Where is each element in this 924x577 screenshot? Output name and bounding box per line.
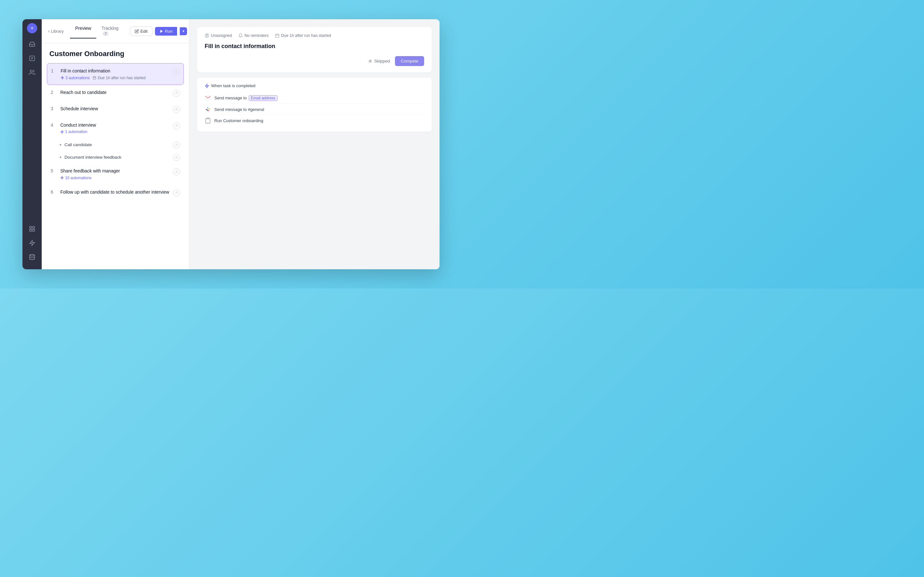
task-body-4: Conduct interview 1 automation — [60, 122, 170, 134]
task-meta-5: 10 automations — [60, 176, 170, 180]
svg-point-19 — [176, 143, 177, 145]
run-label: Run — [165, 29, 173, 34]
chevron-down-icon: ▾ — [183, 29, 184, 33]
lightning-4-icon — [60, 130, 64, 134]
task-body-6: Follow up with candidate to schedule ano… — [60, 189, 170, 195]
svg-marker-30 — [205, 84, 209, 88]
subtask-call-candidate[interactable]: Call candidate — [47, 139, 184, 151]
page-title: Customer Onboarding — [42, 43, 189, 63]
subtask-title-1: Call candidate — [65, 142, 170, 147]
task-title-6: Follow up with candidate to schedule ano… — [60, 189, 170, 195]
tab-tracking[interactable]: Tracking 7 — [96, 24, 124, 39]
right-panel: Unassigned No reminders Due 1h after run… — [189, 19, 439, 269]
sidebar-item-tasks[interactable] — [26, 53, 38, 64]
task-num-5: 5 — [51, 168, 57, 173]
task-item-4[interactable]: 4 Conduct interview 1 automation — [47, 118, 184, 139]
task-body-2: Reach out to candidate — [60, 89, 170, 96]
skipped-label: Skipped — [374, 59, 390, 63]
unassigned-label: Unassigned — [211, 33, 232, 38]
plus-icon: + — [31, 25, 34, 32]
top-bar-actions: Edit Run ▾ ⋮ — [130, 26, 199, 36]
sidebar-item-lightning[interactable] — [26, 237, 38, 249]
run-button[interactable]: Run — [155, 27, 177, 35]
subtask-title-2: Document interview feedback — [65, 155, 170, 160]
automation-slack: Send message to #general — [205, 103, 424, 115]
run-dropdown-button[interactable]: ▾ — [180, 27, 187, 35]
gmail-text: Send message to Email address — [214, 95, 278, 101]
task-num-2: 2 — [51, 90, 57, 95]
edit-label: Edit — [140, 29, 147, 34]
task-item-1[interactable]: 1 Fill in contact information 3 automati… — [47, 63, 184, 85]
task-meta-1: 3 automations Due 1h after run has start… — [61, 76, 170, 80]
svg-point-15 — [176, 92, 177, 93]
bell-icon — [238, 33, 243, 38]
tab-preview-label: Preview — [75, 26, 91, 31]
main-content: ‹ Library Preview Tracking 7 — [42, 19, 439, 269]
task-detail-actions: Skipped Compete — [205, 56, 424, 66]
task-title-5: Share feedback with manager — [60, 168, 170, 174]
automation-gmail: Send message to Email address — [205, 93, 424, 103]
svg-point-22 — [176, 171, 177, 172]
lightning-5-icon — [60, 176, 64, 179]
add-button[interactable]: + — [27, 23, 37, 33]
svg-rect-5 — [33, 229, 35, 231]
svg-marker-6 — [30, 240, 35, 246]
svg-rect-4 — [30, 229, 32, 231]
sidebar: + — [23, 19, 42, 269]
task-num-3: 3 — [51, 106, 57, 111]
svg-rect-26 — [276, 34, 279, 37]
task-title-2: Reach out to candidate — [60, 89, 170, 96]
task-meta-4: 1 automation — [60, 129, 170, 134]
meta-due: Due 1h after run has started — [275, 33, 331, 38]
svg-rect-32 — [205, 106, 211, 113]
sidebar-item-database[interactable] — [26, 251, 38, 263]
due-label: Due 1h after run has started — [281, 33, 331, 38]
email-badge: Email address — [249, 95, 278, 101]
complete-button[interactable]: Compete — [395, 56, 424, 66]
task-num-1: 1 — [51, 68, 57, 73]
svg-rect-10 — [94, 77, 96, 79]
no-reminders-label: No reminders — [244, 33, 268, 38]
task-automations-1: 3 automations — [61, 76, 89, 80]
task-avatar-6 — [173, 189, 180, 197]
sidebar-top: + — [26, 23, 38, 221]
automation-card: When task is completed — [197, 77, 432, 132]
task-title-1: Fill in contact information — [61, 68, 170, 74]
calendar-icon — [275, 33, 279, 38]
task-body-1: Fill in contact information 3 automation… — [61, 68, 170, 80]
top-bar: ‹ Library Preview Tracking 7 — [42, 19, 189, 43]
user-circle-icon — [205, 33, 209, 38]
sidebar-bottom — [26, 223, 38, 266]
lightning-small-icon — [61, 76, 64, 79]
svg-marker-17 — [61, 131, 63, 133]
slack-text: Send message to #general — [214, 107, 264, 112]
back-link[interactable]: ‹ Library — [48, 29, 63, 34]
left-panel: ‹ Library Preview Tracking 7 — [42, 19, 189, 269]
tab-preview[interactable]: Preview — [70, 24, 96, 39]
task-avatar-4 — [173, 122, 180, 129]
sidebar-item-inbox[interactable] — [26, 39, 38, 50]
task-list: 1 Fill in contact information 3 automati… — [42, 63, 189, 269]
svg-point-7 — [30, 255, 35, 256]
task-body-3: Schedule interview — [60, 106, 170, 112]
skipped-button[interactable]: Skipped — [368, 59, 390, 63]
task-item-2[interactable]: 2 Reach out to candidate — [47, 85, 184, 101]
subtask-document-feedback[interactable]: Document interview feedback — [47, 151, 184, 163]
task-detail-card: Unassigned No reminders Due 1h after run… — [197, 27, 432, 73]
sidebar-item-grid[interactable] — [26, 223, 38, 235]
svg-point-20 — [176, 156, 177, 157]
edit-button[interactable]: Edit — [130, 27, 152, 36]
task-detail-title: Fill in contact information — [205, 43, 424, 50]
sidebar-item-people[interactable] — [26, 67, 38, 78]
slack-icon — [205, 106, 211, 113]
task-item-6[interactable]: 6 Follow up with candidate to schedule a… — [47, 185, 184, 201]
clipboard-text: Run Customer onboarding — [214, 118, 263, 123]
task-item-5[interactable]: 5 Share feedback with manager 10 automat… — [47, 163, 184, 185]
svg-point-25 — [206, 34, 208, 35]
task-avatar-2 — [173, 90, 180, 97]
calendar-small-icon — [93, 76, 96, 79]
meta-reminders: No reminders — [238, 33, 268, 38]
task-avatar-3 — [173, 106, 180, 113]
meta-unassigned: Unassigned — [205, 33, 232, 38]
task-item-3[interactable]: 3 Schedule interview — [47, 101, 184, 118]
